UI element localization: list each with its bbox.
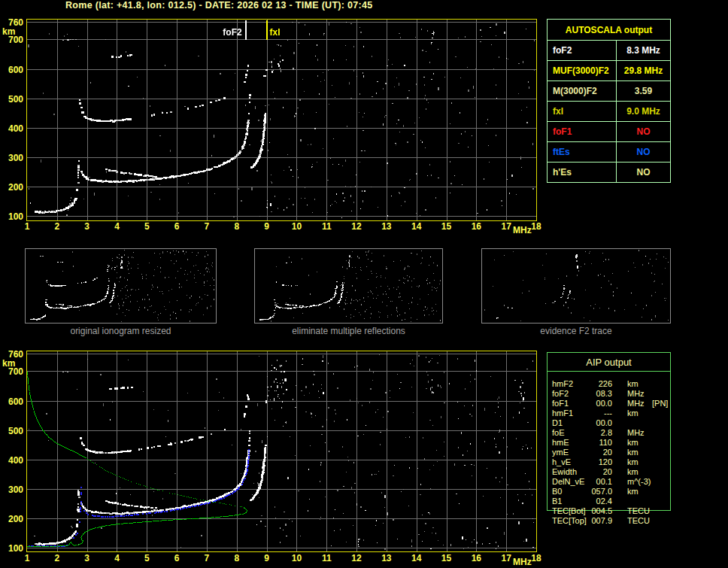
- aip-row-unit: TECU: [627, 516, 650, 526]
- autoscala-row-M(3000)F2: M(3000)F23.59: [548, 81, 670, 102]
- aip-row-note: [PN]: [652, 399, 668, 409]
- aip-row-value: 226: [569, 379, 612, 389]
- y-tick-label: 600: [1, 397, 23, 406]
- x-tick-label: 4: [105, 222, 128, 231]
- aip-output-table: AIP output hmF2226kmfoF208.3MHzfoF100.0M…: [547, 352, 671, 511]
- autoscala-output-table: AUTOSCALA output foF28.3 MHzMUF(3000)F22…: [547, 19, 671, 183]
- aip-row-TEC[Top]: TEC[Top]007.9TECU: [548, 516, 670, 526]
- autoscala-row-value: 29.8 MHz: [617, 61, 670, 80]
- autoscala-row-MUF(3000)F2: MUF(3000)F229.8 MHz: [548, 61, 670, 81]
- x-tick-label: 2: [46, 222, 68, 231]
- x-tick-label: 1: [16, 222, 38, 231]
- x-tick-label: 9: [256, 222, 278, 231]
- aip-row-value: 057.0: [569, 487, 612, 497]
- aip-table-title: AIP output: [548, 353, 670, 372]
- aip-row-value: 00.0: [569, 399, 612, 409]
- aip-row-unit: km: [627, 438, 639, 448]
- autoscala-row-h'Es: h'EsNO: [548, 163, 670, 182]
- aip-row-hmF1: hmF1---km: [548, 409, 670, 418]
- y-tick-label: 200: [1, 515, 23, 524]
- autoscala-row-label: M(3000)F2: [548, 81, 617, 101]
- autoscala-row-value: 9.0 MHz: [617, 102, 670, 121]
- y-tick-label: 400: [1, 456, 23, 465]
- autoscala-row-label: h'Es: [548, 163, 617, 182]
- marker-label-foF2: foF2: [212, 28, 242, 38]
- x-tick-label: 6: [165, 554, 188, 563]
- aip-row-unit: km: [627, 448, 639, 457]
- autoscala-row-value: NO: [617, 142, 670, 162]
- aip-row-value: 00.1: [569, 477, 612, 487]
- aip-row-unit: km: [627, 457, 639, 467]
- aip-row-unit: TECU: [627, 506, 650, 516]
- x-tick-label: 13: [375, 554, 398, 563]
- autoscala-row-value: NO: [617, 122, 670, 141]
- x-tick-label: 15: [435, 222, 458, 231]
- aip-row-value: 007.9: [569, 516, 612, 526]
- x-tick-label: 7: [196, 554, 218, 563]
- aip-row-value: 08.3: [569, 389, 612, 399]
- autoscala-row-foF1: foF1NO: [548, 122, 670, 142]
- autoscala-row-value: 3.59: [617, 81, 670, 101]
- x-tick-label: 5: [135, 554, 158, 563]
- marker-label-fxI: fxI: [270, 28, 281, 38]
- aip-row-value: ---: [569, 409, 612, 418]
- x-tick-label: 7: [196, 222, 218, 231]
- aip-row-label: hmE: [552, 438, 569, 448]
- aip-row-label: B1: [552, 497, 562, 506]
- aip-row-unit: km: [627, 487, 639, 497]
- thumbnail-caption-eliminate: eliminate multiple reflections: [254, 326, 443, 336]
- x-tick-label: 4: [105, 554, 128, 563]
- aip-row-value: 20: [569, 467, 612, 477]
- aip-row-value: 00.0: [569, 418, 612, 428]
- x-tick-label: 8: [226, 554, 248, 563]
- autoscala-row-value: 8.3 MHz: [617, 41, 670, 60]
- y-tick-label: 700: [1, 367, 23, 376]
- y-tick-label: 100: [1, 212, 23, 221]
- y-tick-label: 700: [1, 35, 23, 44]
- thumbnail-caption-evidence: evidence F2 trace: [481, 326, 671, 336]
- bottom-ionogram-canvas: [26, 351, 537, 552]
- x-tick-label: 10: [285, 554, 308, 563]
- aip-row-label: ymE: [552, 448, 569, 457]
- aip-row-label: D1: [552, 418, 563, 428]
- x-tick-label: 10: [285, 222, 308, 231]
- autoscala-row-fxI: fxI9.0 MHz: [548, 102, 670, 122]
- autoscala-table-rows: foF28.3 MHzMUF(3000)F229.8 MHzM(3000)F23…: [548, 41, 670, 182]
- x-tick-label: 13: [375, 222, 398, 231]
- autoscala-table-title: AUTOSCALA output: [548, 20, 670, 41]
- aip-row-B0: B0057.0km: [548, 487, 670, 497]
- y-tick-label: 300: [1, 153, 23, 163]
- x-tick-label: 11: [315, 554, 338, 563]
- aip-row-foE: foE2.8MHz: [548, 428, 670, 438]
- x-tick-label: 3: [76, 554, 99, 563]
- x-tick-label: 15: [435, 554, 458, 563]
- y-tick-label: 400: [1, 124, 23, 133]
- x-tick-label: 12: [345, 554, 368, 563]
- autoscala-row-label: foF2: [548, 41, 617, 60]
- x-tick-label: 8: [226, 222, 248, 231]
- x-tick-label: 12: [345, 222, 368, 231]
- aip-row-D1: D100.0: [548, 418, 670, 428]
- y-tick-label: 100: [1, 544, 23, 553]
- aip-row-unit: km: [627, 409, 639, 418]
- y-tick-label: 500: [1, 95, 23, 104]
- aip-row-label: foE: [552, 428, 565, 438]
- y-tick-label: 600: [1, 65, 23, 74]
- aip-row-unit: MHz: [627, 399, 645, 409]
- aip-row-value: 2.8: [569, 428, 612, 438]
- aip-row-unit: MHz: [627, 389, 645, 399]
- aip-row-foF2: foF208.3MHz: [548, 389, 670, 399]
- aip-row-label: B0: [552, 487, 562, 497]
- x-axis-unit: MHz: [513, 226, 532, 235]
- y-axis-unit: km: [2, 28, 15, 35]
- aip-row-unit: MHz: [627, 428, 645, 438]
- y-tick-label: 300: [1, 485, 23, 494]
- aip-row-hmE: hmE110km: [548, 438, 670, 448]
- x-tick-label: 6: [165, 222, 188, 231]
- x-tick-label: 16: [465, 222, 487, 231]
- aip-row-TEC[Bot]: TEC[Bot]004.5TECU: [548, 506, 670, 516]
- autoscala-row-foF2: foF28.3 MHz: [548, 41, 670, 61]
- top-ionogram-canvas: [26, 19, 537, 221]
- autoscala-row-label: foF1: [548, 122, 617, 141]
- aip-row-value: 004.5: [569, 506, 612, 516]
